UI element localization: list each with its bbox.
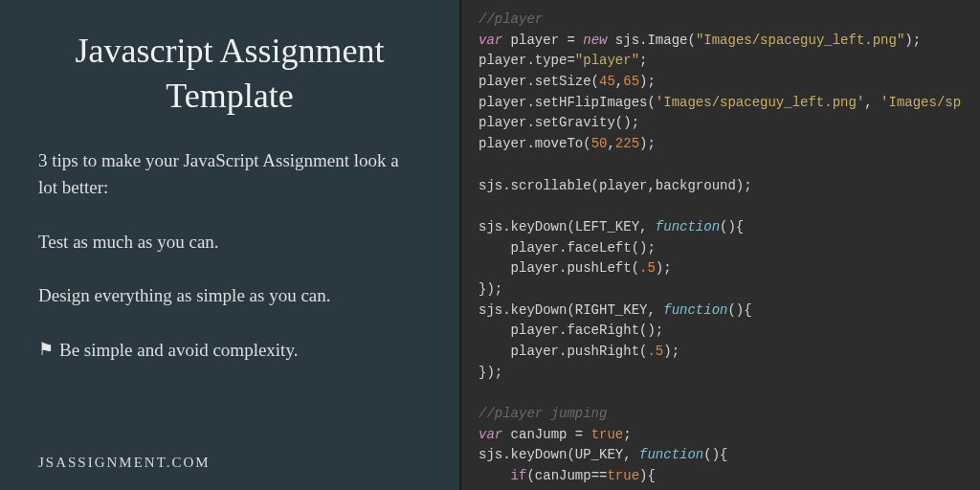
code-pn: }); <box>479 365 502 380</box>
code-pn: ); <box>663 344 679 359</box>
code-call: player.pushRight( <box>479 344 647 359</box>
code-kw: var <box>479 33 502 48</box>
code-id: canJump <box>502 427 575 442</box>
code-pn: (){ <box>727 302 751 318</box>
code-str: 'Images/sp <box>880 95 961 110</box>
code-num: 225 <box>615 136 639 151</box>
tip-1: Test as much as you can. <box>38 229 421 256</box>
code-num: 50 <box>591 136 608 151</box>
code-pn: (){ <box>720 219 744 234</box>
code-call: sjs.Image( <box>607 33 695 48</box>
code-kw: new <box>575 33 608 48</box>
code-call: player.pushLeft( <box>479 260 639 276</box>
code-str: 'Images/spaceguy_left.png' <box>656 95 864 110</box>
code-call: player.moveTo( <box>479 136 591 151</box>
code-str: "player" <box>575 53 639 68</box>
code-id: (canJump <box>526 468 590 483</box>
code-kw: var <box>479 427 502 442</box>
code-op: = <box>567 53 574 68</box>
code-op: = <box>575 427 583 442</box>
left-panel: Javascript Assignment Template 3 tips to… <box>0 0 459 490</box>
code-prop: type <box>535 53 568 68</box>
code-op: == <box>591 468 608 483</box>
code-pn: (){ <box>703 447 727 462</box>
tip-3: ⚑ Be simple and avoid complexity. <box>38 337 421 365</box>
code-pn: ; <box>623 427 631 442</box>
code-call: sjs.keyDown(LEFT_KEY, <box>479 219 656 234</box>
code-id: player <box>502 33 567 48</box>
code-call: player.setGravity(); <box>479 115 639 130</box>
code-pn: ; <box>639 53 647 68</box>
code-num: .5 <box>639 260 656 276</box>
code-call: player.setHFlipImages( <box>479 95 656 110</box>
code-call: sjs.scrollable(player,background); <box>479 178 752 193</box>
code-pn: , <box>615 74 623 89</box>
intro-text: 3 tips to make your JavaScript Assignmen… <box>38 147 421 202</box>
page-title: Javascript Assignment Template <box>38 29 421 119</box>
code-fn: function <box>663 302 727 318</box>
footer-link: JSASSIGNMENT.COM <box>38 455 421 471</box>
code-num: 65 <box>623 74 639 89</box>
code-op: = <box>567 33 574 48</box>
tip-3-text: Be simple and avoid complexity. <box>59 337 298 365</box>
code-pn: ); <box>639 74 656 89</box>
code-call: sjs.keyDown(UP_KEY, <box>479 447 639 462</box>
code-num: 45 <box>599 74 615 89</box>
code-pn <box>479 468 511 483</box>
code-pn: }); <box>479 281 502 297</box>
code-pn: ){ <box>639 468 656 483</box>
code-bool: true <box>583 427 623 442</box>
code-id: player. <box>479 53 535 68</box>
code-call: player.faceRight(); <box>479 323 663 338</box>
code-fn: function <box>639 447 703 462</box>
code-bool: true <box>607 468 639 483</box>
code-panel: //player var player = new sjs.Image("Ima… <box>459 0 980 490</box>
code-comment: //player jumping <box>479 406 607 421</box>
code-fn: function <box>656 219 720 234</box>
code-call: sjs.keyDown(RIGHT_KEY, <box>479 302 663 318</box>
code-pn: ); <box>904 33 921 48</box>
code-num: .5 <box>647 344 663 359</box>
code-pn: , <box>607 136 614 151</box>
code-str: "Images/spaceguy_left.png" <box>696 33 904 48</box>
code-call: player.faceLeft(); <box>479 240 656 256</box>
code-kw: if <box>511 468 527 483</box>
code-pn: , <box>864 95 880 110</box>
flag-icon: ⚑ <box>38 337 54 363</box>
code-call: player.setSize( <box>479 74 599 89</box>
code-comment: //player <box>479 11 543 27</box>
tip-2: Design everything as simple as you can. <box>38 282 421 310</box>
code-pn: ); <box>639 136 656 151</box>
code-pn: ); <box>656 260 672 276</box>
